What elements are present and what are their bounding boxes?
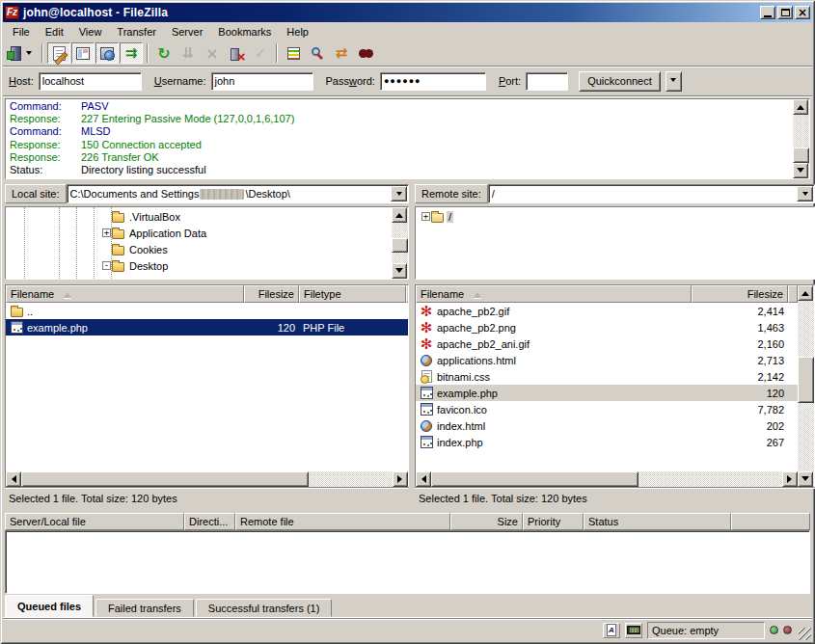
scroll-thumb[interactable] [21, 471, 309, 487]
column-header-lastmodified[interactable]: L [406, 285, 408, 303]
remote-directory-tree[interactable]: +/ [416, 207, 814, 279]
resize-grip[interactable] [799, 628, 811, 640]
menu-file[interactable]: File [5, 24, 38, 40]
filter-button[interactable] [282, 42, 305, 64]
local-tree-scrollbar[interactable] [392, 207, 408, 279]
quickconnect-button[interactable]: Quickconnect [579, 71, 661, 92]
column-header-direction[interactable]: Directi... [184, 513, 235, 530]
scroll-up-button[interactable] [798, 285, 813, 301]
file-row-parent-dir[interactable]: .. [6, 303, 408, 319]
scroll-right-button[interactable] [393, 471, 408, 487]
menu-view[interactable]: View [71, 24, 110, 40]
scroll-thumb[interactable] [431, 471, 638, 487]
remote-hscrollbar[interactable] [416, 471, 798, 487]
synchronized-browsing-button[interactable] [330, 42, 353, 64]
refresh-button[interactable] [152, 42, 176, 64]
tree-item-root[interactable]: +/ [416, 208, 814, 225]
menu-server[interactable]: Server [164, 24, 210, 40]
local-path-combo[interactable]: C:\Documents and Settings\Desktop\ [67, 184, 409, 203]
scroll-thumb[interactable] [392, 238, 408, 253]
column-header-size[interactable]: Size [450, 513, 523, 530]
tab-successful-transfers[interactable]: Successful transfers (1) [196, 599, 333, 617]
titlebar[interactable]: Fz john@localhost - FileZilla × [3, 3, 812, 22]
scroll-thumb[interactable] [793, 148, 809, 163]
file-row[interactable]: apache_pb2.png1,463 [416, 319, 798, 335]
expand-icon[interactable]: + [421, 212, 430, 221]
quickconnect-dropdown-button[interactable] [666, 71, 682, 92]
tree-item-cookies[interactable]: Cookies [6, 241, 392, 257]
tab-failed-transfers[interactable]: Failed transfers [95, 599, 194, 617]
file-row[interactable]: index.php267 [416, 434, 798, 450]
toggle-queue-button[interactable] [120, 42, 143, 64]
scroll-up-button[interactable] [793, 99, 808, 115]
column-header-filesize[interactable]: Filesize [244, 285, 299, 303]
file-row[interactable]: applications.html2,713 [416, 352, 798, 368]
menu-transfer[interactable]: Transfer [109, 24, 164, 40]
arrow-down-icon [801, 476, 809, 485]
tree-item-virtualbox[interactable]: .VirtualBox [6, 208, 392, 225]
local-file-list[interactable]: .. example.php 120 PHP File 1 [6, 303, 408, 471]
menu-edit[interactable]: Edit [38, 24, 71, 40]
scroll-up-button[interactable] [392, 207, 407, 223]
queue-list[interactable] [5, 530, 810, 594]
scroll-left-button[interactable] [416, 471, 431, 487]
file-row-example-php[interactable]: example.php 120 PHP File 1 [6, 319, 408, 335]
toggle-local-tree-button[interactable] [71, 42, 95, 64]
tree-item-desktop[interactable]: -Desktop [6, 257, 392, 274]
column-header-filename[interactable]: Filename [416, 285, 692, 303]
file-row-example-php[interactable]: example.php120 [416, 385, 798, 401]
column-header-status[interactable]: Status [584, 513, 731, 530]
find-files-button[interactable] [354, 42, 377, 64]
scroll-down-button[interactable] [798, 471, 813, 487]
minimize-button[interactable] [760, 6, 775, 19]
collapse-icon[interactable]: - [102, 261, 111, 270]
directory-comparison-button[interactable] [306, 42, 329, 64]
cancel-operation-button[interactable] [201, 42, 224, 64]
scroll-left-button[interactable] [6, 471, 21, 487]
menu-bookmarks[interactable]: Bookmarks [210, 24, 279, 40]
remote-file-list[interactable]: apache_pb2.gif2,414 apache_pb2.png1,463 … [416, 303, 798, 471]
column-header-priority[interactable]: Priority [523, 513, 584, 530]
scroll-right-button[interactable] [782, 471, 798, 487]
local-site-label: Local site: [5, 184, 67, 203]
remote-path-dropdown-button[interactable] [797, 186, 813, 201]
log-scrollbar[interactable] [793, 99, 809, 178]
transfer-type-indicator[interactable]: A [603, 623, 620, 638]
speed-limits-indicator[interactable]: 888 [625, 623, 642, 638]
red-led-icon [783, 626, 792, 634]
reconnect-button[interactable] [249, 42, 272, 64]
toggle-log-view-button[interactable] [47, 42, 70, 64]
site-manager-button[interactable] [5, 42, 38, 64]
column-header-filename[interactable]: Filename [6, 285, 244, 303]
remote-path-combo[interactable]: / [488, 184, 815, 203]
password-input[interactable]: ●●●●●● [380, 72, 486, 91]
expand-icon[interactable]: + [102, 228, 111, 237]
column-header-filesize[interactable]: Filesize [692, 285, 788, 303]
file-row[interactable]: favicon.ico7,782 [416, 401, 798, 417]
scroll-thumb[interactable] [798, 357, 814, 403]
column-header-server-local-file[interactable]: Server/Local file [5, 513, 184, 530]
file-row[interactable]: apache_pb2_ani.gif2,160 [416, 335, 798, 352]
local-directory-tree[interactable]: .VirtualBox +Application Data Cookies -D… [6, 207, 392, 279]
tab-queued-files[interactable]: Queued files [5, 595, 94, 617]
username-input[interactable]: john [211, 72, 313, 91]
file-row[interactable]: bitnami.css2,142 [416, 368, 798, 385]
column-header-filetype[interactable]: Filetype [299, 285, 406, 303]
close-button[interactable]: × [795, 6, 810, 19]
host-input[interactable]: localhost [39, 72, 142, 91]
local-hscrollbar[interactable] [6, 471, 408, 487]
file-row[interactable]: index.html202 [416, 417, 798, 434]
maximize-button[interactable] [777, 6, 793, 19]
port-input[interactable] [526, 72, 568, 91]
process-queue-button[interactable] [177, 42, 200, 64]
disconnect-button[interactable] [225, 42, 248, 64]
menu-help[interactable]: Help [279, 24, 316, 40]
scroll-down-button[interactable] [793, 163, 808, 178]
column-header-remote-file[interactable]: Remote file [235, 513, 450, 530]
remote-vscrollbar[interactable] [798, 285, 814, 487]
toggle-remote-tree-button[interactable] [95, 42, 119, 64]
tree-item-application-data[interactable]: +Application Data [6, 225, 392, 241]
scroll-down-button[interactable] [392, 263, 407, 279]
file-row[interactable]: apache_pb2.gif2,414 [416, 303, 798, 319]
local-path-dropdown-button[interactable] [391, 186, 407, 201]
